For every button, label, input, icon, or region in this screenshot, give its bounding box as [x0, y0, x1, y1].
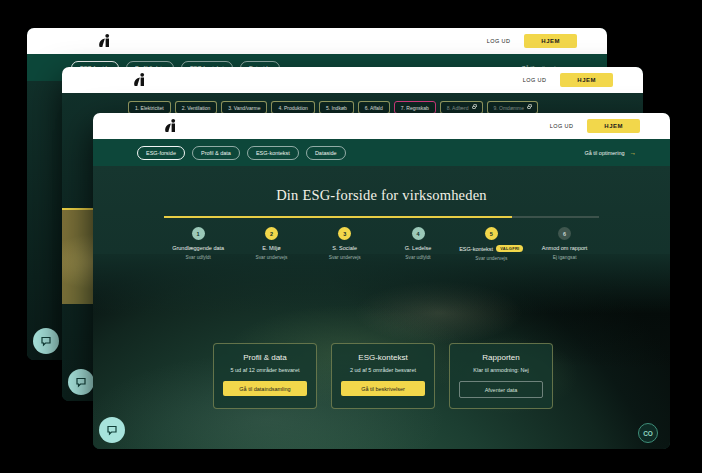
chat-button[interactable]: [33, 328, 59, 354]
card-title: Rapporten: [459, 353, 543, 362]
optimering-link[interactable]: Gå til optimering →: [584, 149, 636, 156]
tab-label: 9. Omdømme: [494, 105, 525, 111]
step-grundlaeggende-data[interactable]: 1 Grundlæggende data Svar udfyldt: [162, 227, 235, 261]
step-label: S. Sociale: [332, 245, 357, 251]
logout-button[interactable]: LOG UD: [487, 38, 511, 44]
step-number-circle: 1: [192, 227, 205, 240]
tab-label: 8. Adfærd: [447, 105, 469, 111]
card-title: ESG-kontekst: [341, 353, 425, 362]
page-content: Din ESG-forside for virksomheden 1 Grund…: [93, 166, 670, 449]
esg-stepper: 1 Grundlæggende data Svar udfyldt 2 E. M…: [162, 227, 602, 261]
step-g-ledelse[interactable]: 4 G. Ledelse Svar udfyldt: [381, 227, 454, 261]
chat-bubble-icon: [75, 377, 87, 388]
step-status: Svar undervejs: [475, 256, 507, 261]
app-window-front: LOG UD HJEM ESG-forside Profil & data ES…: [93, 113, 670, 449]
step-status: Svar udfyldt: [185, 255, 210, 260]
step-status: Ej igangsat: [553, 255, 577, 260]
afventer-data-button: Afventer data: [459, 381, 543, 398]
progress-divider-complete: [164, 216, 513, 218]
step-number-circle: 2: [265, 227, 278, 240]
nav-pill-esg-kontekst[interactable]: ESG-kontekst: [247, 146, 299, 160]
step-status: Svar undervejs: [255, 255, 287, 260]
go-to-beskrivelser-button[interactable]: Gå til beskrivelser: [341, 381, 425, 396]
step-label: ESG-kontekst: [459, 246, 493, 252]
arrow-right-icon: →: [630, 149, 637, 156]
header-bar: LOG UD HJEM: [62, 67, 643, 93]
nav-pill-esg-forside[interactable]: ESG-forside: [137, 146, 185, 160]
summary-cards: Profil & data 5 ud af 12 områder besvare…: [213, 343, 553, 409]
progress-divider: [164, 216, 600, 218]
header-bar: LOG UD HJEM: [93, 113, 670, 139]
step-label: Grundlæggende data: [172, 245, 224, 251]
card-profil-data: Profil & data 5 ud af 12 områder besvare…: [213, 343, 317, 409]
go-to-dataindsamling-button[interactable]: Gå til dataindsamling: [223, 381, 307, 396]
card-subtitle: Klar til anmodning: Nej: [459, 367, 543, 373]
chat-bubble-icon: [40, 336, 52, 347]
logout-button[interactable]: LOG UD: [523, 77, 547, 83]
valgfri-badge: VALGFRI: [496, 245, 523, 252]
step-label: G. Ledelse: [405, 245, 432, 251]
logout-button[interactable]: LOG UD: [550, 123, 574, 129]
desktop-stage: LOG UD HJEM ESG-forside Profil & data ES…: [0, 0, 702, 473]
step-number-circle: 4: [412, 227, 425, 240]
step-status: Svar undervejs: [329, 255, 361, 260]
card-rapporten: Rapporten Klar til anmodning: Nej Afvent…: [449, 343, 553, 409]
header-bar: LOG UD HJEM: [27, 28, 607, 54]
company-logo-icon[interactable]: [163, 118, 178, 134]
card-subtitle: 2 ud af 5 områder besvaret: [341, 367, 425, 373]
company-logo-icon[interactable]: [132, 72, 147, 88]
step-status: Svar udfyldt: [405, 255, 430, 260]
company-logo-icon[interactable]: [97, 33, 112, 49]
lock-icon: [527, 106, 531, 110]
step-number-circle: 3: [338, 227, 351, 240]
progress-divider-remaining: [512, 216, 599, 218]
step-esg-kontekst[interactable]: 5 ESG-kontekst VALGFRI Svar undervejs: [455, 227, 528, 261]
optimering-link-label: Gå til optimering: [584, 150, 624, 156]
main-nav: ESG-forside Profil & data ESG-kontekst D…: [93, 139, 670, 166]
lock-icon: [472, 106, 476, 110]
home-button[interactable]: HJEM: [587, 119, 640, 133]
chat-button[interactable]: [99, 417, 125, 443]
chat-bubble-icon: [106, 425, 118, 436]
co-widget-button[interactable]: CO: [638, 423, 658, 443]
step-number-circle: 6: [558, 227, 571, 240]
step-anmod-om-rapport[interactable]: 6 Anmod om rapport Ej igangsat: [528, 227, 601, 261]
step-label: E. Miljø: [262, 245, 280, 251]
card-subtitle: 5 ud af 12 områder besvaret: [223, 367, 307, 373]
home-button[interactable]: HJEM: [524, 34, 577, 48]
home-button[interactable]: HJEM: [560, 73, 613, 87]
card-title: Profil & data: [223, 353, 307, 362]
nav-pill-profil-data[interactable]: Profil & data: [192, 146, 240, 160]
nav-pill-dataside[interactable]: Dataside: [306, 146, 346, 160]
step-e-miljo[interactable]: 2 E. Miljø Svar undervejs: [235, 227, 308, 261]
step-number-circle: 5: [485, 227, 498, 240]
page-title: Din ESG-forside for virksomheden: [93, 187, 670, 204]
chat-button[interactable]: [68, 369, 94, 395]
card-esg-kontekst: ESG-kontekst 2 ud af 5 områder besvaret …: [331, 343, 435, 409]
step-s-sociale[interactable]: 3 S. Sociale Svar undervejs: [308, 227, 381, 261]
step-label: Anmod om rapport: [542, 245, 588, 251]
